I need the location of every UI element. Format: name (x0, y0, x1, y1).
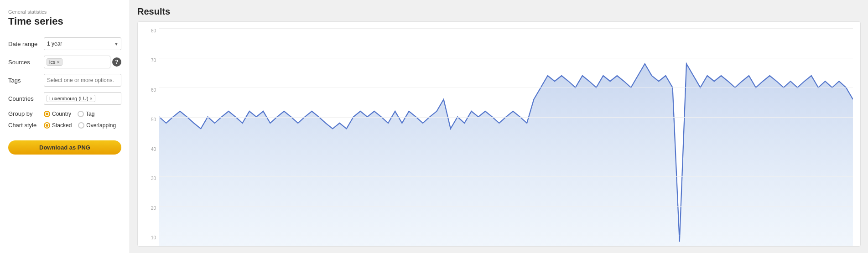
y-label-70: 70 (151, 58, 156, 63)
download-png-button[interactable]: Download as PNG (8, 140, 121, 155)
countries-label: Countries (8, 95, 40, 102)
chart-style-stacked-radio[interactable] (44, 122, 50, 129)
date-range-row: Date range 1 year 6 months 3 months 1 mo… (8, 37, 121, 50)
sidebar-title: Time series (8, 15, 121, 27)
chart-style-overlapping-option[interactable]: Overlapping (78, 122, 116, 129)
sources-input-area: ics × ? (44, 56, 121, 68)
chart-style-overlapping-label: Overlapping (86, 122, 116, 129)
sidebar-subtitle: General statistics (8, 9, 121, 15)
plot-area (159, 28, 853, 247)
tags-row: Tags (8, 74, 121, 87)
chart-style-options: Stacked Overlapping (44, 122, 116, 129)
chart-style-row: Chart style Stacked Overlapping (8, 122, 121, 129)
chart-style-stacked-option[interactable]: Stacked (44, 122, 72, 129)
grid-40 (159, 147, 853, 147)
sources-label: Sources (8, 59, 40, 66)
country-tag-label: Luxembourg (LU) (49, 96, 88, 101)
country-tag-lu: Luxembourg (LU) × (47, 95, 95, 102)
results-title: Results (137, 6, 861, 17)
y-label-60: 60 (151, 88, 156, 93)
date-range-label: Date range (8, 41, 40, 47)
source-tag-label: ics (49, 59, 55, 65)
y-label-10: 10 (151, 235, 156, 240)
sources-help-button[interactable]: ? (112, 57, 121, 67)
chart-style-stacked-label: Stacked (52, 122, 72, 129)
tags-label: Tags (8, 77, 40, 84)
chart-style-overlapping-radio[interactable] (78, 122, 84, 129)
y-label-80: 80 (151, 28, 156, 33)
grid-70 (159, 58, 853, 58)
plot-column: 2022-08-13 2022-09-19 2022-10-26 2022-12… (159, 28, 853, 247)
chart-style-label: Chart style (8, 122, 40, 129)
group-by-country-radio[interactable] (44, 111, 50, 117)
grid-20 (159, 206, 853, 207)
grid-80 (159, 28, 853, 29)
group-by-tag-radio[interactable] (78, 111, 84, 117)
y-axis: 80 70 60 50 40 30 20 10 0 (145, 28, 159, 247)
y-label-40: 40 (151, 147, 156, 152)
y-label-30: 30 (151, 176, 156, 181)
group-by-tag-label: Tag (86, 111, 94, 117)
sidebar: General statistics Time series Date rang… (0, 0, 130, 253)
group-by-row: Group by Country Tag (8, 110, 121, 117)
countries-row: Countries Luxembourg (LU) × (8, 92, 121, 105)
grid-60 (159, 88, 853, 88)
sources-tag-input[interactable]: ics × (44, 56, 110, 68)
date-range-select[interactable]: 1 year 6 months 3 months 1 month (44, 37, 121, 50)
grid-50 (159, 117, 853, 118)
chart-container: 80 70 60 50 40 30 20 10 0 (137, 21, 861, 247)
y-label-20: 20 (151, 206, 156, 211)
countries-input[interactable]: Luxembourg (LU) × (44, 92, 121, 105)
group-by-country-option[interactable]: Country (44, 111, 71, 117)
remove-country-tag-button[interactable]: × (90, 96, 93, 101)
y-label-50: 50 (151, 117, 156, 122)
source-tag-ics: ics × (47, 58, 62, 66)
group-by-country-label: Country (52, 111, 71, 117)
main-content: Results 80 70 60 50 40 30 20 10 0 (130, 0, 868, 253)
grid-30 (159, 176, 853, 177)
remove-source-tag-button[interactable]: × (57, 60, 59, 65)
chart-area-fill (159, 64, 853, 247)
date-range-select-wrapper[interactable]: 1 year 6 months 3 months 1 month ▼ (44, 37, 121, 50)
group-by-tag-option[interactable]: Tag (78, 111, 94, 117)
sources-row: Sources ics × ? (8, 56, 121, 68)
grid-10 (159, 236, 853, 236)
chart-area: 80 70 60 50 40 30 20 10 0 (145, 28, 853, 247)
chart-svg (159, 28, 853, 247)
group-by-label: Group by (8, 110, 40, 117)
group-by-options: Country Tag (44, 111, 94, 117)
tags-input[interactable] (44, 74, 121, 87)
